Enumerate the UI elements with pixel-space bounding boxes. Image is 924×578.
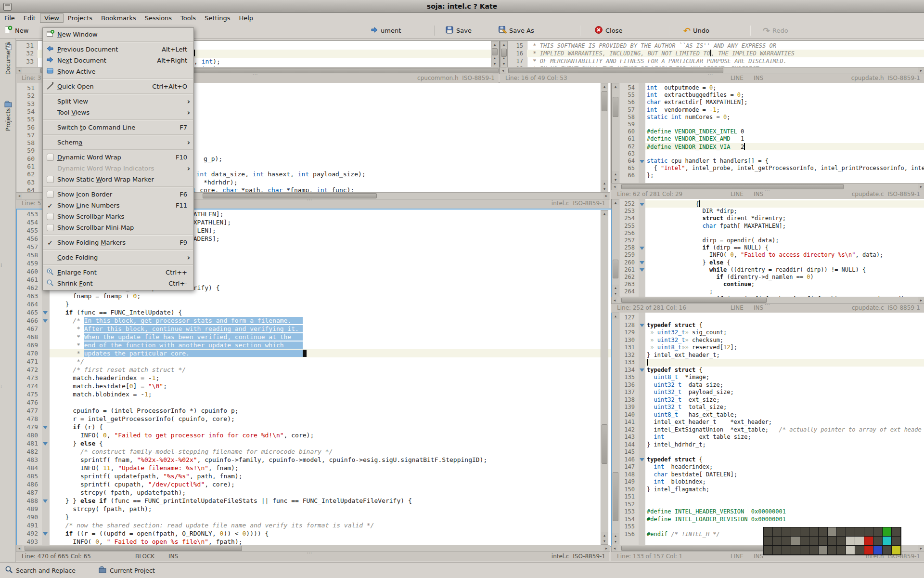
scroll-arrow-icon[interactable]: ◂ — [612, 297, 617, 303]
window-menu-icon[interactable] — [3, 3, 12, 11]
hscrollbar-intel-c-main[interactable]: ◂▸ — [16, 545, 610, 552]
toolview-button-search-and-replace[interactable]: Search and Replace — [5, 563, 76, 578]
vscrollbar-cpupdate-c-mid[interactable]: ▴▴▾ — [612, 199, 619, 297]
scrollbar-slider[interactable] — [25, 546, 242, 551]
scroll-arrow-icon[interactable]: ▴ — [612, 199, 619, 205]
hscrollbar-cpupdate-c-top[interactable]: ◂▸ — [611, 183, 924, 190]
hscrollbar-cpupdate-c-mid[interactable]: ◂▸ — [611, 297, 924, 304]
scrollbar-slider[interactable] — [602, 91, 607, 111]
fold-arrow-icon[interactable] — [43, 532, 48, 536]
menu-item-show-static-word-wrap-marker[interactable]: Show Static Word Wrap Marker — [43, 174, 193, 185]
vscrollbar-intel-h[interactable]: ▴▴▾ — [612, 313, 619, 545]
vscrollbar-intel-c-main[interactable]: ▴▴▾ — [601, 210, 608, 545]
menubar-item-edit[interactable]: Edit — [19, 13, 40, 23]
menu-item-code-folding[interactable]: Code Folding› — [43, 252, 193, 263]
scroll-arrow-icon[interactable]: ▴ — [612, 83, 619, 89]
scroll-arrow-icon[interactable]: ▴ — [601, 532, 608, 538]
menu-item-previous-document[interactable]: Previous DocumentAlt+Left — [43, 44, 193, 55]
scroll-arrow-icon[interactable]: ◂ — [16, 193, 22, 199]
scroll-arrow-icon[interactable]: ▴ — [491, 55, 498, 61]
menu-item-switch-to-command-line[interactable]: Switch to Command LineF7 — [43, 122, 193, 133]
scroll-arrow-icon[interactable]: ▴ — [612, 533, 619, 539]
scroll-arrow-icon[interactable]: ◂ — [16, 67, 22, 74]
scrollbar-slider[interactable] — [508, 68, 723, 73]
new-button[interactable]: New — [4, 25, 28, 37]
splitter-grip[interactable]: ⁞ — [0, 264, 2, 276]
menu-item-show-active[interactable]: Show Active — [43, 66, 193, 77]
scroll-arrow-icon[interactable]: ▾ — [601, 186, 608, 192]
menu-item-dynamic-word-wrap[interactable]: Dynamic Word WrapF10 — [43, 152, 193, 163]
redo-button[interactable]: ↷Redo — [763, 25, 788, 37]
editor-pane-cpupdate-h[interactable]: 15 * THIS SOFTWARE IS PROVIDED BY THE AU… — [500, 40, 924, 68]
scroll-arrow-icon[interactable]: ▾ — [601, 538, 608, 544]
fold-arrow-icon[interactable] — [640, 368, 644, 372]
menu-item-schema[interactable]: Schema› — [43, 137, 193, 148]
menubar-item-bookmarks[interactable]: Bookmarks — [97, 13, 141, 23]
fold-arrow-icon[interactable] — [43, 311, 48, 315]
menu-item-show-line-numbers[interactable]: ✓Show Line NumbersF11 — [43, 200, 193, 211]
menu-item-quick-open[interactable]: Quick OpenCtrl+Alt+O — [43, 81, 193, 92]
scroll-arrow-icon[interactable]: ▴ — [612, 171, 619, 177]
editor-pane-intel-h[interactable]: 127128typedef struct {129 » uint32_t» si… — [611, 312, 924, 546]
save-as-button[interactable]: Save As — [498, 25, 534, 37]
menubar-item-settings[interactable]: Settings — [200, 13, 234, 23]
fold-arrow-icon[interactable] — [640, 247, 644, 250]
scroll-arrow-icon[interactable]: ▴ — [601, 180, 608, 186]
fold-arrow-icon[interactable] — [43, 442, 48, 446]
fold-arrow-icon[interactable] — [43, 499, 48, 503]
vscrollbar-cpupdate-c-top[interactable]: ▴▴▾ — [612, 83, 619, 184]
scroll-arrow-icon[interactable]: ▸ — [603, 193, 609, 199]
scrollbar-slider[interactable] — [613, 260, 618, 278]
scroll-arrow-icon[interactable]: ▾ — [500, 61, 507, 66]
fold-arrow-icon[interactable] — [43, 426, 48, 429]
scrollbar-slider[interactable] — [492, 48, 498, 55]
scrollbar-slider[interactable] — [621, 298, 767, 303]
menubar-item-view[interactable]: View — [40, 13, 64, 23]
vscrollbar-cpucommon-h[interactable]: ▴▴▾ — [491, 41, 499, 67]
menubar-item-help[interactable]: Help — [234, 13, 257, 23]
scroll-arrow-icon[interactable]: ▸ — [603, 545, 609, 552]
scroll-arrow-icon[interactable]: ▾ — [612, 290, 619, 296]
menu-item-shrink-font[interactable]: Shrink FontCtrl+- — [43, 278, 193, 289]
scrollbar-slider[interactable] — [613, 472, 618, 521]
menu-item-show-scrollbar-marks[interactable]: Show Scrollbar Marks — [43, 211, 193, 222]
menu-item-show-folding-markers[interactable]: ✓Show Folding MarkersF9 — [43, 237, 193, 248]
scroll-arrow-icon[interactable]: ▸ — [918, 297, 924, 303]
next-document-button[interactable]: ument — [371, 25, 401, 37]
fold-arrow-icon[interactable] — [640, 324, 644, 327]
scroll-arrow-icon[interactable]: ▴ — [612, 313, 619, 319]
scroll-arrow-icon[interactable]: ▸ — [918, 545, 924, 552]
undo-button[interactable]: ↶Undo — [683, 25, 709, 37]
fold-arrow-icon[interactable] — [640, 160, 644, 163]
scroll-arrow-icon[interactable]: ◂ — [16, 545, 22, 552]
scroll-arrow-icon[interactable]: ▸ — [918, 67, 924, 74]
scroll-arrow-icon[interactable]: ◂ — [500, 67, 506, 74]
scroll-arrow-icon[interactable]: ◂ — [612, 545, 617, 552]
fold-arrow-icon[interactable] — [640, 203, 644, 206]
vscrollbar-cpupdate-h[interactable]: ▴▴▾ — [500, 41, 508, 67]
scrollbar-slider[interactable] — [621, 184, 844, 189]
scrollbar-slider[interactable] — [613, 97, 618, 117]
hscrollbar-cpupdate-h[interactable]: ◂▸ — [500, 67, 924, 74]
fold-arrow-icon[interactable] — [43, 319, 48, 323]
close-button[interactable]: Close — [594, 25, 622, 37]
menubar-item-sessions[interactable]: Sessions — [141, 13, 176, 23]
splitter-grip[interactable]: ⁞ — [0, 385, 2, 398]
fold-arrow-icon[interactable] — [640, 458, 644, 461]
scroll-arrow-icon[interactable]: ◂ — [612, 184, 617, 190]
scroll-arrow-icon[interactable]: ▾ — [612, 177, 619, 183]
menu-item-new-window[interactable]: New Window — [43, 29, 193, 40]
menu-item-split-view[interactable]: Split View› — [43, 96, 193, 107]
scroll-arrow-icon[interactable]: ▾ — [491, 61, 498, 66]
scroll-arrow-icon[interactable]: ▴ — [491, 41, 498, 47]
menu-item-enlarge-font[interactable]: Enlarge FontCtrl++ — [43, 267, 193, 278]
scroll-arrow-icon[interactable]: ▴ — [500, 41, 507, 47]
scroll-arrow-icon[interactable]: ▴ — [601, 210, 608, 216]
menu-item-show-icon-border[interactable]: Show Icon BorderF6 — [43, 189, 193, 200]
fold-arrow-icon[interactable] — [640, 268, 644, 272]
toolview-button-current-project[interactable]: Current Project — [99, 563, 155, 578]
scrollbar-slider[interactable] — [203, 193, 377, 198]
scroll-arrow-icon[interactable]: ▸ — [918, 184, 924, 190]
save-button[interactable]: Save — [445, 25, 472, 37]
dock-tab-documents[interactable]: Documents — [2, 42, 14, 103]
